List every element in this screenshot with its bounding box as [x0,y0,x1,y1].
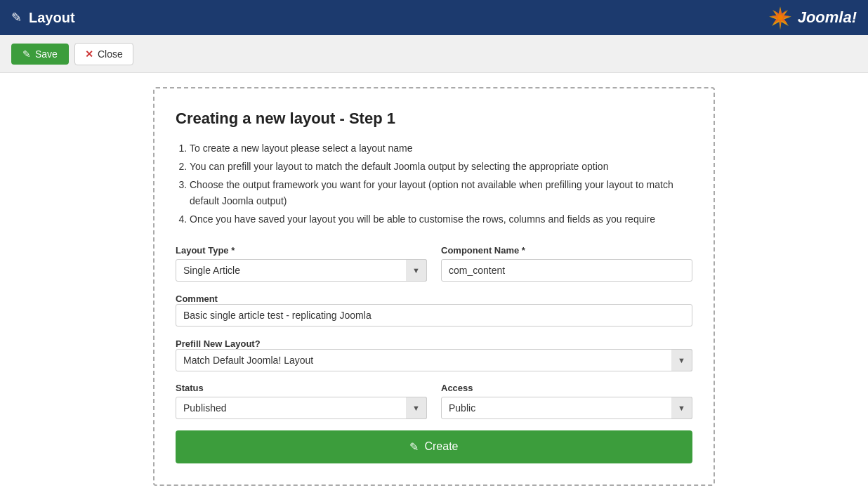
component-name-input[interactable] [441,259,692,282]
instruction-1: To create a new layout please select a l… [190,140,692,157]
layout-type-select-wrapper: Single Article Category Blog Category Li… [176,259,427,282]
create-button[interactable]: ✎ Create [176,430,692,463]
status-select[interactable]: Published Unpublished [176,397,427,419]
prefill-label: Prefill New Layout? [176,338,261,349]
close-button[interactable]: ✕ Close [74,43,133,65]
close-label: Close [98,48,123,60]
create-label: Create [424,440,458,453]
top-bar: ✎ Layout Joomla! [0,0,868,35]
comment-row: Comment [176,293,692,327]
status-access-row: Status Published Unpublished ▼ Access Pu… [176,383,692,419]
comment-input[interactable] [176,304,692,327]
main-content: Creating a new layout - Step 1 To create… [0,73,868,488]
svg-point-0 [777,15,783,20]
save-label: Save [35,48,58,60]
instruction-3: Choose the output framework you want for… [190,177,692,211]
status-select-wrapper: Published Unpublished ▼ [176,397,427,419]
save-icon: ✎ [22,48,31,60]
action-bar: ✎ Save ✕ Close [0,35,868,73]
top-bar-left: ✎ Layout [11,10,75,26]
layout-type-group: Layout Type * Single Article Category Bl… [176,245,427,282]
save-button[interactable]: ✎ Save [11,44,69,65]
component-name-label: Component Name * [441,245,692,256]
form-title: Creating a new layout - Step 1 [176,110,692,128]
instruction-2: You can prefill your layout to match the… [190,159,692,176]
joomla-star-icon [767,4,794,31]
prefill-select[interactable]: Match Default Joomla! Layout Empty Layou… [176,349,692,371]
comment-label: Comment [176,294,218,304]
page-title: Layout [29,10,75,26]
instruction-4: Once you have saved your layout you will… [190,211,692,228]
component-name-group: Component Name * [441,245,692,282]
access-select-wrapper: Public Guest Registered Special Super Us… [441,397,692,419]
status-group: Status Published Unpublished ▼ [176,383,427,419]
access-label: Access [441,383,692,393]
form-card: Creating a new layout - Step 1 To create… [153,87,715,486]
pencil-icon: ✎ [11,10,22,25]
layout-type-select[interactable]: Single Article Category Blog Category Li… [176,259,427,282]
prefill-row: Prefill New Layout? Match Default Joomla… [176,338,692,371]
status-label: Status [176,383,427,393]
create-icon: ✎ [409,440,419,454]
joomla-logo-text: Joomla! [798,8,857,27]
layout-type-component-row: Layout Type * Single Article Category Bl… [176,245,692,282]
close-icon: ✕ [85,48,93,60]
access-select[interactable]: Public Guest Registered Special Super Us… [441,397,692,419]
access-group: Access Public Guest Registered Special S… [441,383,692,419]
prefill-select-wrapper: Match Default Joomla! Layout Empty Layou… [176,349,692,371]
layout-type-label: Layout Type * [176,245,427,256]
instructions: To create a new layout please select a l… [176,140,692,228]
joomla-logo: Joomla! [767,4,857,31]
